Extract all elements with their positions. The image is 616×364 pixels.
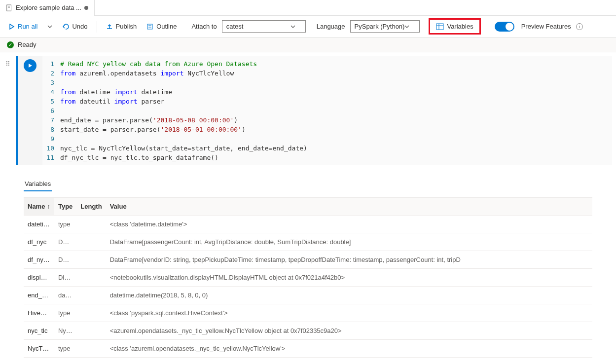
code-line: 4from datetime import datetime (42, 87, 612, 97)
ready-check-icon: ✓ (7, 41, 14, 48)
preview-features-toggle[interactable] (495, 22, 514, 32)
code-content: # Read NYC yellow cab data from Azure Op… (60, 59, 257, 69)
chevron-down-icon (290, 24, 295, 29)
cell-length (76, 304, 106, 322)
cell-name: df_nyc (24, 233, 54, 251)
svg-rect-0 (7, 4, 11, 10)
col-type[interactable]: Type (54, 198, 76, 216)
table-row[interactable]: df_nyc_tlcDataFrameDataFrame[vendorID: s… (24, 251, 592, 269)
run-all-label: Run all (18, 23, 37, 30)
col-name-label: Name (28, 203, 45, 210)
cell-value: <class 'azureml.opendatasets._nyc_tlc_ye… (106, 340, 592, 358)
cell-drag-handle[interactable]: ⠿ (0, 56, 16, 165)
line-number: 2 (42, 69, 60, 78)
cell-length (76, 233, 106, 251)
code-line: 2from azureml.opendatasets import NycTlc… (42, 69, 612, 78)
cell-name: df_nyc_tlc (24, 251, 54, 269)
cell-length (76, 340, 106, 358)
publish-button[interactable]: Publish (102, 21, 141, 32)
chevron-down-icon (404, 24, 409, 29)
variables-button[interactable]: Variables (429, 18, 480, 35)
code-content: from dateutil import parser (60, 97, 164, 106)
play-icon (28, 63, 33, 68)
publish-label: Publish (116, 23, 137, 30)
svg-rect-3 (147, 24, 152, 29)
undo-button[interactable]: Undo (58, 21, 91, 32)
cell-length (76, 216, 106, 233)
table-row[interactable]: displayHTMLDisplayHTML<notebookutils.vis… (24, 269, 592, 287)
col-name[interactable]: Name↑ (24, 198, 54, 216)
language-label: Language (317, 23, 345, 30)
cell-value: DataFrame[passengerCount: int, AvgTripDi… (106, 233, 592, 251)
preview-label: Preview Features (521, 23, 571, 30)
line-number: 9 (42, 134, 60, 144)
line-number: 11 (42, 153, 60, 162)
play-icon (9, 24, 15, 30)
cell-value: DataFrame[vendorID: string, tpepPickupDa… (106, 251, 592, 269)
undo-icon (62, 23, 69, 30)
cell-value: <class 'pyspark.sql.context.HiveContext'… (106, 304, 592, 322)
outline-icon (146, 23, 153, 30)
cell-type: datetime (54, 287, 76, 304)
col-value[interactable]: Value (106, 198, 592, 216)
cell-name: end_date (24, 287, 54, 304)
code-line: 5from dateutil import parser (42, 97, 612, 106)
undo-label: Undo (72, 23, 87, 30)
code-line: 3 (42, 78, 612, 87)
table-row[interactable]: HiveContexttype<class 'pyspark.sql.conte… (24, 304, 592, 322)
code-cell: 1# Read NYC yellow cab data from Azure O… (16, 56, 612, 165)
notebook-tab[interactable]: Explore sample data ... (0, 0, 95, 16)
info-icon[interactable]: i (576, 23, 583, 30)
cell-name: HiveContext (24, 304, 54, 322)
line-number: 8 (42, 125, 60, 134)
run-all-dropdown[interactable] (43, 22, 56, 31)
cell-type: type (54, 340, 76, 358)
code-content: from azureml.opendatasets import NycTlcY… (60, 69, 234, 78)
cell-type: type (54, 304, 76, 322)
code-content: end_date = parser.parse('2018-05-08 00:0… (60, 115, 238, 125)
line-number: 3 (42, 78, 60, 87)
table-row[interactable]: end_datedatetimedatetime.datetime(2018, … (24, 287, 592, 304)
status-bar: ✓ Ready (0, 37, 616, 52)
chevron-down-icon (47, 24, 52, 29)
language-select[interactable]: PySpark (Python) (350, 20, 420, 33)
status-text: Ready (18, 41, 36, 48)
cell-type: DataFrame (54, 251, 76, 269)
cell-type: NycTlcYellow (54, 322, 76, 340)
sort-asc-icon: ↑ (47, 203, 50, 210)
cell-length (76, 287, 106, 304)
code-line: 10nyc_tlc = NycTlcYellow(start_date=star… (42, 144, 612, 153)
run-all-button[interactable]: Run all (5, 21, 41, 32)
col-length[interactable]: Length (76, 198, 106, 216)
variables-table: Name↑ Type Length Value datetimetype<cla… (24, 197, 592, 358)
line-number: 10 (42, 144, 60, 153)
svg-rect-6 (436, 24, 443, 30)
attach-to-select[interactable]: catest (222, 20, 306, 33)
table-row[interactable]: df_nycDataFrameDataFrame[passengerCount:… (24, 233, 592, 251)
run-cell-button[interactable] (24, 59, 36, 72)
attach-to-value: catest (226, 23, 244, 30)
cell-value: <azureml.opendatasets._nyc_tlc_yellow.Ny… (106, 322, 592, 340)
attach-to-label: Attach to (191, 23, 217, 30)
table-row[interactable]: NycTlcYellowtype<class 'azureml.opendata… (24, 340, 592, 358)
code-line: 8start_date = parser.parse('2018-05-01 0… (42, 125, 612, 134)
variables-tab[interactable]: Variables (24, 177, 52, 191)
notebook-icon (6, 4, 13, 11)
code-line: 1# Read NYC yellow cab data from Azure O… (42, 59, 612, 69)
code-editor[interactable]: 1# Read NYC yellow cab data from Azure O… (42, 56, 612, 165)
cell-name: datetime (24, 216, 54, 233)
code-line: 11df_nyc_tlc = nyc_tlc.to_spark_datafram… (42, 153, 612, 162)
table-row[interactable]: nyc_tlcNycTlcYellow<azureml.opendatasets… (24, 322, 592, 340)
cell-length (76, 322, 106, 340)
outline-button[interactable]: Outline (143, 21, 181, 32)
outline-label: Outline (156, 23, 177, 30)
separator (97, 21, 97, 33)
table-row[interactable]: datetimetype<class 'datetime.datetime'> (24, 216, 592, 233)
language-value: PySpark (Python) (355, 23, 405, 30)
unsaved-indicator-icon (84, 6, 88, 10)
code-line: 6 (42, 106, 612, 115)
tab-title: Explore sample data ... (16, 4, 81, 11)
code-content: df_nyc_tlc = nyc_tlc.to_spark_dataframe(… (60, 153, 218, 162)
code-content: nyc_tlc = NycTlcYellow(start_date=start_… (60, 144, 307, 153)
cell-name: NycTlcYellow (24, 340, 54, 358)
